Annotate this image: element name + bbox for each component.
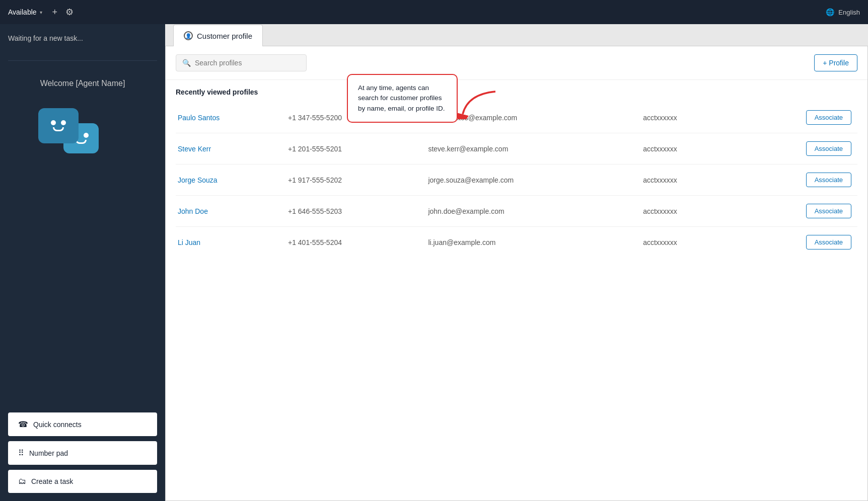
create-task-button[interactable]: 🗂 Create a task <box>8 470 157 493</box>
topbar: Available ▾ + ⚙ 🌐 English <box>0 0 868 24</box>
eye-right-2 <box>84 133 89 138</box>
person-icon: 👤 <box>184 31 193 40</box>
table-row: Jorge Souza +1 917-555-5202 jorge.souza@… <box>176 164 857 196</box>
waiting-text: Waiting for a new task... <box>8 34 157 42</box>
annotation-arrow <box>458 89 498 121</box>
sidebar-divider <box>8 60 157 61</box>
profiles-section-title: Recently viewed profiles <box>176 88 857 96</box>
status-selector[interactable]: Available ▾ <box>8 8 42 16</box>
numpad-icon: ⠿ <box>18 448 24 458</box>
eye-left <box>51 120 56 125</box>
profile-acct: acctxxxxxx <box>637 164 735 196</box>
welcome-text: Welcome [Agent Name] <box>8 79 157 88</box>
add-icon[interactable]: + <box>52 7 58 18</box>
topbar-right: 🌐 English <box>826 8 860 16</box>
table-row: John Doe +1 646-555-5203 john.doe@exampl… <box>176 196 857 227</box>
profile-name[interactable]: Steve Kerr <box>178 145 211 153</box>
task-icon: 🗂 <box>18 477 26 486</box>
profile-panel-header: 🔍 + Profile <box>166 46 867 80</box>
bubble-mouth <box>53 127 64 131</box>
profiles-section: Recently viewed profiles Paulo Santos +1… <box>166 80 867 500</box>
profiles-table: Paulo Santos +1 347-555-5200 paulo.santo… <box>176 102 857 258</box>
create-task-label: Create a task <box>31 477 73 485</box>
search-icon: 🔍 <box>182 59 191 67</box>
chat-illustration <box>8 103 157 158</box>
associate-button[interactable]: Associate <box>806 110 851 125</box>
profile-email: jorge.souza@example.com <box>422 164 637 196</box>
main-layout: Waiting for a new task... Welcome [Agent… <box>0 24 868 501</box>
table-row: Paulo Santos +1 347-555-5200 paulo.santo… <box>176 102 857 133</box>
associate-button[interactable]: Associate <box>806 141 851 156</box>
profile-phone: +1 401-555-5204 <box>282 227 422 258</box>
profile-name[interactable]: Jorge Souza <box>178 176 218 184</box>
annotation-box: At any time, agents can search for custo… <box>347 74 458 123</box>
profile-acct: acctxxxxxx <box>637 133 735 164</box>
search-bar[interactable]: 🔍 <box>176 54 307 71</box>
profile-phone: +1 201-555-5201 <box>282 133 422 164</box>
topbar-actions: + ⚙ <box>52 7 74 18</box>
annotation-text: At any time, agents can search for custo… <box>358 84 445 112</box>
profile-name[interactable]: Paulo Santos <box>178 114 220 122</box>
globe-icon: 🌐 <box>826 8 834 16</box>
profile-acct: acctxxxxxx <box>637 227 735 258</box>
profile-phone: +1 917-555-5202 <box>282 164 422 196</box>
profile-name[interactable]: Li Juan <box>178 238 200 246</box>
quick-connects-label: Quick connects <box>33 421 82 429</box>
number-pad-label: Number pad <box>29 449 68 457</box>
content-area: 👤 Customer profile 🔍 + Profile At any ti… <box>165 24 868 501</box>
associate-button[interactable]: Associate <box>806 204 851 218</box>
profile-panel: 🔍 + Profile At any time, agents can sear… <box>165 46 868 501</box>
profile-email: steve.kerr@example.com <box>422 133 637 164</box>
associate-button[interactable]: Associate <box>806 173 851 187</box>
status-chevron: ▾ <box>40 10 42 15</box>
table-row: Li Juan +1 401-555-5204 li.juan@example.… <box>176 227 857 258</box>
profile-acct: acctxxxxxx <box>637 102 735 133</box>
settings-icon[interactable]: ⚙ <box>65 7 74 18</box>
add-profile-label: + Profile <box>823 59 849 67</box>
profile-phone: +1 646-555-5203 <box>282 196 422 227</box>
chat-bubble-main <box>38 108 79 143</box>
phone-icon: ☎ <box>18 420 28 429</box>
number-pad-button[interactable]: ⠿ Number pad <box>8 441 157 465</box>
tab-label: Customer profile <box>197 32 252 40</box>
status-label: Available <box>8 8 37 16</box>
sidebar: Waiting for a new task... Welcome [Agent… <box>0 24 165 501</box>
profile-name[interactable]: John Doe <box>178 207 208 215</box>
search-input[interactable] <box>195 59 300 67</box>
language-label[interactable]: English <box>838 9 860 16</box>
profile-email: john.doe@example.com <box>422 196 637 227</box>
table-row: Steve Kerr +1 201-555-5201 steve.kerr@ex… <box>176 133 857 164</box>
quick-connects-button[interactable]: ☎ Quick connects <box>8 412 157 436</box>
profile-acct: acctxxxxxx <box>637 196 735 227</box>
sidebar-buttons: ☎ Quick connects ⠿ Number pad 🗂 Create a… <box>8 412 157 493</box>
associate-button[interactable]: Associate <box>806 235 851 249</box>
add-profile-button[interactable]: + Profile <box>814 54 857 71</box>
eye-right <box>61 120 66 125</box>
tab-bar: 👤 Customer profile <box>165 24 868 46</box>
customer-profile-tab[interactable]: 👤 Customer profile <box>173 25 263 46</box>
profile-email: li.juan@example.com <box>422 227 637 258</box>
